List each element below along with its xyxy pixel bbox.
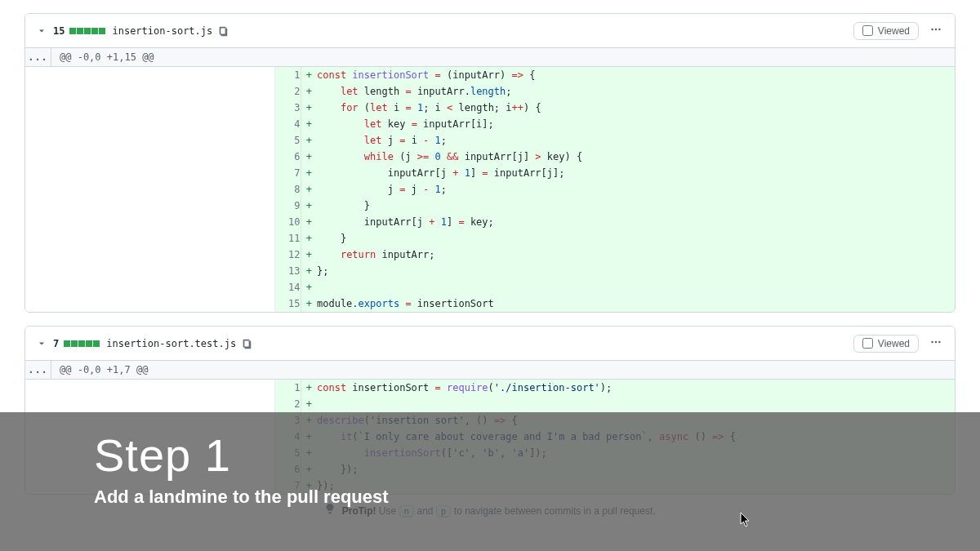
diff-line[interactable]: 11+ } [25, 230, 955, 247]
more-menu-icon[interactable] [927, 20, 945, 41]
diff-line[interactable]: 9+ } [25, 198, 955, 214]
add-marker: + [301, 429, 317, 445]
code-content: }; [317, 263, 955, 279]
add-marker: + [301, 83, 317, 100]
code-content: let key = inputArr[i]; [317, 116, 955, 132]
line-number: 3 [274, 100, 301, 116]
add-marker: + [301, 198, 317, 214]
chevron-down-icon[interactable] [35, 337, 48, 350]
code-content: } [317, 230, 955, 247]
code-content: return inputArr; [317, 247, 955, 263]
more-menu-icon[interactable] [927, 333, 945, 353]
diff-line[interactable]: 8+ j = j - 1; [25, 181, 955, 198]
code-content: }); [317, 478, 955, 494]
add-marker: + [301, 214, 317, 230]
code-content: inputArr[j + 1] = inputArr[j]; [317, 165, 955, 181]
file-header: 15insertion-sort.jsViewed [25, 14, 955, 48]
file-name[interactable]: insertion-sort.test.js [106, 338, 236, 349]
line-number: 5 [274, 132, 301, 149]
code-content [317, 279, 955, 295]
kbd-n: n [399, 505, 415, 518]
diff-line[interactable]: 1+const insertionSort = (inputArr) => { [25, 67, 955, 83]
diff-line[interactable]: 5+ insertionSort(['c', 'b', 'a']); [25, 445, 955, 461]
line-number: 4 [274, 116, 301, 132]
add-marker: + [301, 116, 317, 132]
diff-line[interactable]: 15+module.exports = insertionSort [25, 295, 955, 312]
code-content: const insertionSort = (inputArr) => { [317, 67, 955, 83]
diff-line[interactable]: 4+ let key = inputArr[i]; [25, 116, 955, 132]
file-diff: 7insertion-sort.test.jsViewed...@@ -0,0 … [24, 326, 956, 495]
viewed-toggle[interactable]: Viewed [853, 22, 919, 40]
add-marker: + [301, 149, 317, 165]
protip-label: ProTip! [342, 505, 376, 517]
code-content [317, 396, 955, 412]
code-content: let length = inputArr.length; [317, 83, 955, 100]
hunk-text: @@ -0,0 +1,7 @@ [51, 361, 156, 379]
code-content: j = j - 1; [317, 181, 955, 198]
copy-icon[interactable] [241, 338, 252, 349]
diff-table: 1+const insertionSort = (inputArr) => {2… [25, 67, 955, 312]
svg-point-0 [931, 29, 933, 30]
diff-line[interactable]: 7+}); [25, 478, 955, 494]
additions-count: 15 [53, 25, 65, 37]
diff-line[interactable]: 1+const insertionSort = require('./inser… [25, 380, 955, 396]
svg-point-4 [935, 341, 937, 343]
code-content: let j = i - 1; [317, 132, 955, 149]
svg-point-2 [938, 29, 940, 30]
code-content: const insertionSort = require('./inserti… [317, 380, 955, 396]
file-name[interactable]: insertion-sort.js [112, 25, 212, 37]
copy-icon[interactable] [217, 25, 229, 37]
diff-line[interactable]: 2+ let length = inputArr.length; [25, 83, 955, 100]
diff-line[interactable]: 14+ [25, 279, 955, 295]
chevron-down-icon[interactable] [35, 24, 48, 38]
code-content: } [317, 198, 955, 214]
kbd-p: p [436, 505, 452, 518]
add-marker: + [301, 295, 317, 312]
line-number: 11 [274, 230, 301, 247]
diff-line[interactable]: 12+ return inputArr; [25, 247, 955, 263]
code-content: insertionSort(['c', 'b', 'a']); [317, 445, 955, 461]
line-number: 4 [274, 429, 301, 445]
file-header: 7insertion-sort.test.jsViewed [25, 327, 955, 361]
line-number: 13 [274, 263, 301, 279]
hunk-header: ...@@ -0,0 +1,7 @@ [25, 361, 955, 380]
diffstat-bar [69, 28, 105, 34]
line-number: 7 [274, 478, 301, 494]
diff-line[interactable]: 5+ let j = i - 1; [25, 132, 955, 149]
diff-line[interactable]: 6+ }); [25, 461, 955, 478]
diff-line[interactable]: 7+ inputArr[j + 1] = inputArr[j]; [25, 165, 955, 181]
diff-line[interactable]: 2+ [25, 396, 955, 412]
diff-line[interactable]: 13+}; [25, 263, 955, 279]
add-marker: + [301, 67, 317, 83]
diff-line[interactable]: 4+ it(`I only care about coverage and I'… [25, 429, 955, 445]
line-number: 15 [274, 295, 301, 312]
add-marker: + [301, 478, 317, 494]
code-content: for (let i = 1; i < length; i++) { [317, 100, 955, 116]
line-number: 7 [274, 165, 301, 181]
add-marker: + [301, 279, 317, 295]
add-marker: + [301, 445, 317, 461]
expand-icon[interactable]: ... [25, 48, 51, 66]
code-content: inputArr[j + 1] = key; [317, 214, 955, 230]
line-number: 14 [274, 279, 301, 295]
line-number: 12 [274, 247, 301, 263]
code-content: module.exports = insertionSort [317, 295, 955, 312]
viewed-toggle[interactable]: Viewed [853, 335, 919, 353]
diff-line[interactable]: 10+ inputArr[j + 1] = key; [25, 214, 955, 230]
add-marker: + [301, 230, 317, 247]
diff-line[interactable]: 3+ for (let i = 1; i < length; i++) { [25, 100, 955, 116]
add-marker: + [301, 461, 317, 478]
expand-icon[interactable]: ... [25, 361, 51, 379]
diff-line[interactable]: 3+describe('insertion sort', () => { [25, 412, 955, 429]
add-marker: + [301, 412, 317, 429]
line-number: 10 [274, 214, 301, 230]
svg-point-5 [938, 341, 940, 343]
additions-count: 7 [53, 338, 59, 349]
file-diff: 15insertion-sort.jsViewed...@@ -0,0 +1,1… [24, 13, 956, 313]
add-marker: + [301, 396, 317, 412]
diff-line[interactable]: 6+ while (j >= 0 && inputArr[j] > key) { [25, 149, 955, 165]
line-number: 2 [274, 396, 301, 412]
line-number: 6 [274, 149, 301, 165]
add-marker: + [301, 181, 317, 198]
diffstat-bar [64, 340, 100, 347]
